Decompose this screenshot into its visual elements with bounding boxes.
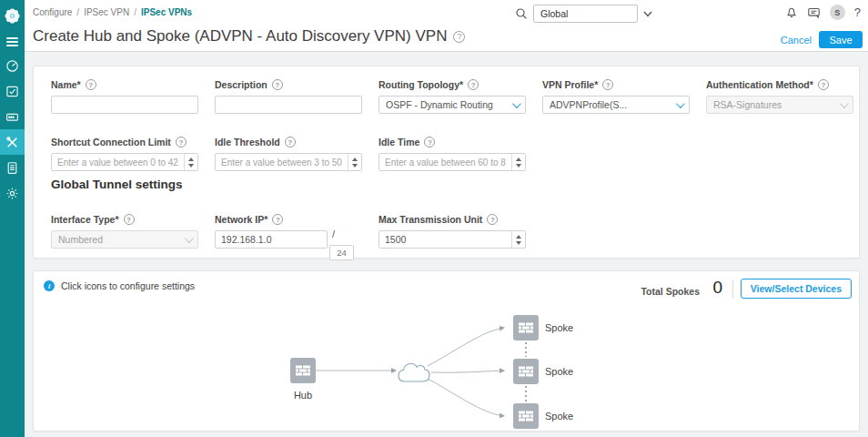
vpn-profile-value: ADVPNProfile(S... bbox=[550, 99, 627, 110]
auth-method-label: Authentication Method* bbox=[706, 79, 813, 90]
scope-select-input[interactable] bbox=[533, 5, 638, 23]
sidebar bbox=[0, 0, 25, 437]
description-input[interactable] bbox=[215, 96, 362, 114]
global-scope-bar bbox=[515, 5, 652, 23]
name-input[interactable] bbox=[51, 96, 198, 114]
auth-method-select: RSA-Signatures bbox=[706, 96, 853, 114]
interface-type-help-icon[interactable]: ? bbox=[124, 214, 135, 225]
name-help-icon[interactable]: ? bbox=[86, 79, 96, 90]
auth-method-value: RSA-Signatures bbox=[713, 99, 782, 110]
sidebar-item-configure[interactable] bbox=[0, 129, 25, 155]
idle-time-stepper[interactable] bbox=[511, 154, 525, 170]
monitor-check-icon bbox=[5, 85, 19, 98]
vpn-profile-select[interactable]: ADVPNProfile(S... bbox=[542, 96, 690, 114]
sidebar-item-devices[interactable] bbox=[0, 104, 25, 129]
cidr-separator: / bbox=[332, 229, 335, 239]
mtu-label: Max Transmission Unit bbox=[378, 214, 482, 225]
help-icon[interactable]: ? bbox=[854, 5, 861, 19]
vpn-profile-label: VPN Profile* bbox=[542, 79, 598, 90]
spoke-node-1[interactable] bbox=[513, 315, 539, 340]
link-cloud-spoke2 bbox=[431, 371, 504, 372]
bell-icon[interactable] bbox=[785, 5, 798, 19]
tools-icon bbox=[5, 136, 19, 149]
breadcrumb: Configure / IPSec VPN / IPSec VPNs bbox=[33, 7, 192, 17]
cancel-button[interactable]: Cancel bbox=[781, 35, 812, 46]
vpn-profile-help-icon[interactable]: ? bbox=[602, 79, 613, 90]
shortcut-limit-stepper[interactable] bbox=[184, 154, 197, 170]
breadcrumb-separator: / bbox=[134, 7, 136, 17]
interface-type-select: Numbered bbox=[51, 230, 198, 249]
idle-threshold-input[interactable] bbox=[216, 154, 348, 170]
breadcrumb-ipsec-vpns[interactable]: IPSec VPNs bbox=[141, 7, 192, 17]
save-button[interactable]: Save bbox=[819, 31, 863, 48]
app-logo-flower-icon bbox=[0, 3, 25, 28]
idle-time-input[interactable] bbox=[379, 154, 511, 170]
topology-card: i Click icons to configure settings Tota… bbox=[33, 270, 860, 432]
interface-type-label: Interface Type* bbox=[51, 214, 119, 225]
sidebar-item-monitor[interactable] bbox=[0, 78, 25, 104]
link-cloud-spoke3 bbox=[428, 379, 504, 416]
tunnel-settings-heading: Global Tunnel settings bbox=[51, 178, 183, 191]
avatar[interactable]: S bbox=[830, 5, 845, 20]
search-icon[interactable] bbox=[515, 7, 528, 20]
routing-topology-select[interactable]: OSPF - Dynamic Routing bbox=[378, 96, 526, 114]
spoke-label-1: Spoke bbox=[545, 322, 573, 333]
title-help-icon[interactable]: ? bbox=[453, 31, 465, 43]
page-title: Create Hub and Spoke (ADVPN - Auto Disco… bbox=[33, 27, 447, 46]
sidebar-item-settings[interactable] bbox=[0, 180, 25, 206]
vpn-form-card: Name*? Description? Routing Topology*? O… bbox=[33, 66, 860, 259]
chevron-down-icon bbox=[676, 99, 685, 108]
device-icon bbox=[5, 110, 19, 124]
header-actions: S ? bbox=[785, 5, 861, 20]
dashboard-icon bbox=[5, 59, 19, 73]
name-label: Name* bbox=[51, 79, 81, 90]
chevron-down-icon[interactable] bbox=[643, 11, 652, 17]
shortcut-limit-input[interactable] bbox=[52, 154, 184, 170]
hub-label: Hub bbox=[294, 390, 312, 401]
spoke-label-2: Spoke bbox=[545, 366, 573, 377]
link-cloud-spoke1 bbox=[428, 328, 504, 366]
spoke-node-2[interactable] bbox=[513, 359, 539, 384]
sidebar-item-dashboard[interactable] bbox=[0, 53, 25, 78]
routing-topology-help-icon[interactable]: ? bbox=[468, 79, 479, 90]
mtu-help-icon[interactable]: ? bbox=[487, 214, 498, 225]
idle-time-label: Idle Time bbox=[378, 137, 419, 147]
report-icon bbox=[5, 161, 19, 175]
cidr-mask-input[interactable]: 24 bbox=[329, 245, 354, 260]
mtu-stepper[interactable] bbox=[511, 231, 525, 248]
header: Configure / IPSec VPN / IPSec VPNs bbox=[25, 0, 868, 52]
shortcut-limit-help-icon[interactable]: ? bbox=[176, 137, 187, 147]
flower-icon bbox=[4, 7, 21, 25]
chevron-down-icon bbox=[185, 234, 194, 243]
routing-topology-label: Routing Topology* bbox=[378, 79, 463, 90]
description-help-icon[interactable]: ? bbox=[272, 79, 283, 90]
auth-method-help-icon[interactable]: ? bbox=[818, 79, 829, 90]
chevron-down-icon bbox=[840, 99, 849, 108]
description-label: Description bbox=[215, 79, 267, 90]
idle-time-help-icon[interactable]: ? bbox=[424, 137, 435, 147]
routing-topology-value: OSPF - Dynamic Routing bbox=[386, 99, 493, 110]
network-ip-label: Network IP* bbox=[215, 214, 267, 225]
hub-spoke-diagram: Hub Spoke Spoke Spoke bbox=[34, 271, 861, 432]
breadcrumb-separator: / bbox=[76, 7, 79, 17]
spoke-label-3: Spoke bbox=[545, 411, 573, 422]
chevron-down-icon bbox=[512, 99, 521, 108]
idle-threshold-label: Idle Threshold bbox=[215, 137, 280, 147]
mtu-input[interactable] bbox=[379, 231, 511, 248]
breadcrumb-ipsec-vpn[interactable]: IPSec VPN bbox=[84, 7, 129, 17]
gear-icon bbox=[5, 187, 19, 200]
network-ip-help-icon[interactable]: ? bbox=[272, 214, 283, 225]
shortcut-limit-label: Shortcut Connection Limit bbox=[51, 137, 171, 147]
interface-type-value: Numbered bbox=[58, 234, 103, 245]
menu-icon[interactable] bbox=[0, 29, 25, 55]
cloud-icon bbox=[399, 364, 429, 382]
spoke-node-3[interactable] bbox=[513, 403, 539, 429]
sidebar-item-reports[interactable] bbox=[0, 155, 25, 180]
network-ip-input[interactable] bbox=[215, 230, 328, 249]
chat-icon[interactable] bbox=[807, 6, 821, 19]
hub-node[interactable] bbox=[290, 358, 316, 383]
idle-threshold-stepper[interactable] bbox=[348, 154, 361, 170]
breadcrumb-configure[interactable]: Configure bbox=[33, 7, 72, 17]
idle-threshold-help-icon[interactable]: ? bbox=[285, 137, 296, 147]
